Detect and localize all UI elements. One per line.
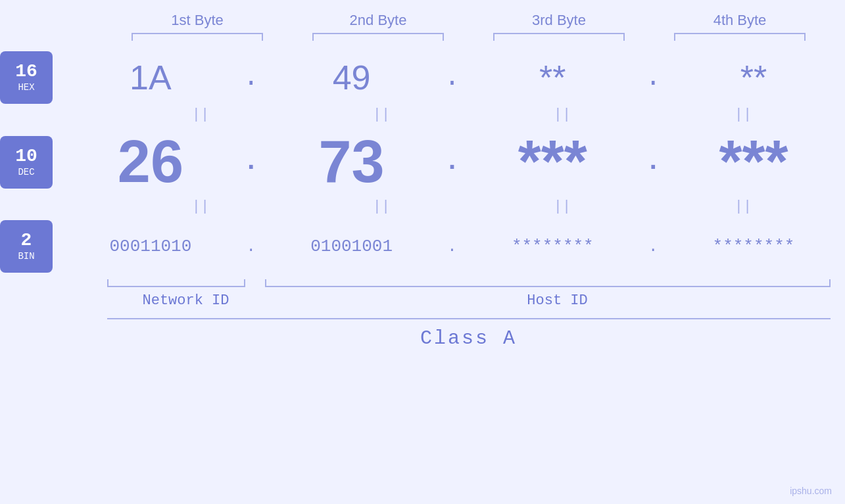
hex-val-4: **	[688, 58, 819, 97]
dec-val-4: ***	[688, 128, 819, 196]
bin-badge-number: 2	[21, 231, 32, 250]
byte-header-1: 1st Byte	[125, 12, 270, 29]
bracket-3	[493, 33, 625, 41]
bin-val-1: 00011010	[85, 237, 216, 256]
bin-val-2: 01001001	[286, 237, 418, 256]
dec-badge-number: 10	[15, 147, 37, 166]
id-labels-row: Network ID Host ID	[107, 292, 831, 309]
bin-val-3: ********	[487, 237, 618, 256]
dec-dot-1: .	[241, 147, 261, 177]
dec-values: 26 . 73 . *** . ***	[59, 128, 845, 196]
network-bracket	[107, 279, 245, 287]
equals-row-2: || || || ||	[110, 198, 834, 215]
host-bracket	[265, 279, 831, 287]
bin-dot-2: .	[442, 238, 462, 256]
eq-2-1: ||	[135, 198, 266, 215]
byte-header-4: 4th Byte	[667, 12, 812, 29]
dec-dot-3: .	[643, 147, 663, 177]
eq-1-4: ||	[677, 106, 809, 123]
hex-values: 1A . 49 . ** . **	[59, 58, 845, 97]
bin-values: 00011010 . 01001001 . ******** . *******…	[59, 237, 845, 256]
bottom-bracket-container	[107, 279, 831, 287]
eq-1-3: ||	[496, 106, 628, 123]
hex-dot-3: .	[643, 63, 663, 93]
bracket-1	[132, 33, 263, 41]
bin-dot-3: .	[643, 238, 663, 256]
dec-val-3: ***	[487, 128, 618, 196]
hex-badge: 16 HEX	[0, 51, 53, 104]
hex-val-1: 1A	[85, 58, 216, 97]
eq-1-2: ||	[316, 106, 447, 123]
hex-dot-2: .	[442, 63, 462, 93]
hex-dot-1: .	[241, 63, 261, 93]
byte-header-2: 2nd Byte	[306, 12, 450, 29]
bracket-4	[674, 33, 806, 41]
bin-badge: 2 BIN	[0, 220, 53, 273]
dec-dot-2: .	[442, 147, 462, 177]
dec-badge: 10 DEC	[0, 136, 53, 189]
bin-badge-label: BIN	[18, 251, 34, 262]
hex-badge-number: 16	[15, 62, 37, 81]
top-brackets	[107, 33, 831, 41]
byte-headers-row: 1st Byte 2nd Byte 3rd Byte 4th Byte	[107, 12, 831, 29]
bin-dot-1: .	[241, 238, 261, 256]
main-container: 1st Byte 2nd Byte 3rd Byte 4th Byte 16 H…	[0, 0, 845, 504]
watermark: ipshu.com	[790, 486, 832, 496]
host-id-label: Host ID	[285, 292, 831, 309]
class-label: Class A	[420, 327, 517, 350]
class-section: Class A	[107, 318, 831, 350]
hex-val-3: **	[487, 58, 618, 97]
dec-val-1: 26	[85, 128, 216, 196]
bracket-2	[312, 33, 444, 41]
dec-section: 10 DEC 26 . 73 . *** . ***	[0, 128, 845, 196]
dec-badge-label: DEC	[18, 167, 34, 177]
bin-section: 2 BIN 00011010 . 01001001 . ******** . *…	[0, 220, 845, 273]
hex-val-2: 49	[286, 58, 418, 97]
eq-2-3: ||	[496, 198, 628, 215]
byte-header-3: 3rd Byte	[487, 12, 631, 29]
network-id-label: Network ID	[107, 292, 265, 309]
eq-2-2: ||	[316, 198, 447, 215]
bin-val-4: ********	[688, 237, 819, 256]
hex-badge-label: HEX	[18, 82, 34, 93]
eq-2-4: ||	[677, 198, 809, 215]
hex-section: 16 HEX 1A . 49 . ** . **	[0, 51, 845, 104]
equals-row-1: || || || ||	[110, 106, 834, 123]
eq-1-1: ||	[135, 106, 266, 123]
dec-val-2: 73	[286, 128, 418, 196]
